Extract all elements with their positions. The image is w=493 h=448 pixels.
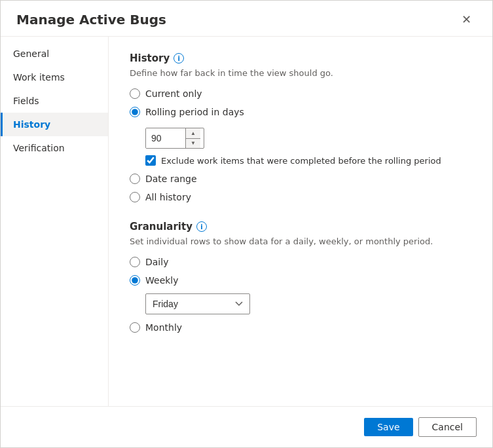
granularity-section: Granularity i Set individual rows to sho… [130,221,471,333]
save-button[interactable]: Save [364,418,412,436]
radio-monthly-input[interactable] [130,322,140,333]
radio-current-only-input[interactable] [130,88,140,99]
history-radio-group: Current only Rolling period in days 90 ▲ [130,88,471,202]
radio-current-only-label: Current only [145,88,202,99]
granularity-info-icon[interactable]: i [196,221,207,232]
history-section-title: History i [130,52,471,64]
history-info-icon[interactable]: i [173,53,184,64]
dialog-body: General Work items Fields History Verifi… [1,37,492,406]
radio-weekly-input[interactable] [130,275,140,286]
content-area: History i Define how far back in time th… [109,37,492,406]
radio-weekly[interactable]: Weekly [130,275,471,286]
exclude-label: Exclude work items that were completed b… [161,156,441,166]
week-end-select-container: Monday Tuesday Wednesday Thursday Friday… [145,293,471,314]
spinner-buttons: ▲ ▼ [185,128,200,148]
granularity-radio-group: Daily Weekly Monday Tuesday Wednesday [130,257,471,333]
rolling-days-spinner: 90 ▲ ▼ [145,128,204,149]
spinner-up-button[interactable]: ▲ [186,128,200,139]
sidebar-item-work-items[interactable]: Work items [1,65,108,89]
sidebar-item-history[interactable]: History [1,113,108,136]
radio-all-history-label: All history [145,192,191,202]
radio-rolling-period-label: Rolling period in days [145,107,244,117]
history-description: Define how far back in time the view sho… [130,68,471,78]
sidebar-item-verification[interactable]: Verification [1,136,108,160]
radio-monthly[interactable]: Monthly [130,322,471,333]
manage-active-bugs-dialog: Manage Active Bugs ✕ General Work items … [0,0,493,448]
radio-daily-input[interactable] [130,257,140,267]
radio-monthly-label: Monthly [145,322,182,333]
sidebar-item-fields[interactable]: Fields [1,89,108,113]
dialog-footer: Save Cancel [1,406,492,447]
radio-weekly-label: Weekly [145,275,179,286]
radio-date-range[interactable]: Date range [130,174,471,184]
close-button[interactable]: ✕ [456,11,477,28]
sidebar: General Work items Fields History Verifi… [1,37,109,406]
week-end-day-select[interactable]: Monday Tuesday Wednesday Thursday Friday… [145,293,250,314]
granularity-section-title: Granularity i [130,221,471,233]
radio-current-only[interactable]: Current only [130,88,471,99]
rolling-days-input[interactable]: 90 [146,128,185,148]
radio-all-history-input[interactable] [130,192,140,202]
rolling-period-options: 90 ▲ ▼ Exclude work items that were comp… [145,128,471,166]
dialog-title: Manage Active Bugs [16,12,166,28]
radio-daily[interactable]: Daily [130,257,471,267]
history-section: History i Define how far back in time th… [130,52,471,202]
exclude-checkbox[interactable] [145,155,156,166]
cancel-button[interactable]: Cancel [418,417,477,437]
radio-date-range-label: Date range [145,174,197,184]
radio-date-range-input[interactable] [130,174,140,184]
exclude-checkbox-item[interactable]: Exclude work items that were completed b… [145,155,471,166]
radio-rolling-period[interactable]: Rolling period in days [130,107,471,117]
spinner-down-button[interactable]: ▼ [186,139,200,149]
granularity-description: Set individual rows to show data for a d… [130,236,471,246]
dialog-header: Manage Active Bugs ✕ [1,1,492,37]
radio-all-history[interactable]: All history [130,192,471,202]
radio-rolling-period-input[interactable] [130,107,140,117]
radio-daily-label: Daily [145,257,168,267]
sidebar-item-general[interactable]: General [1,42,108,65]
